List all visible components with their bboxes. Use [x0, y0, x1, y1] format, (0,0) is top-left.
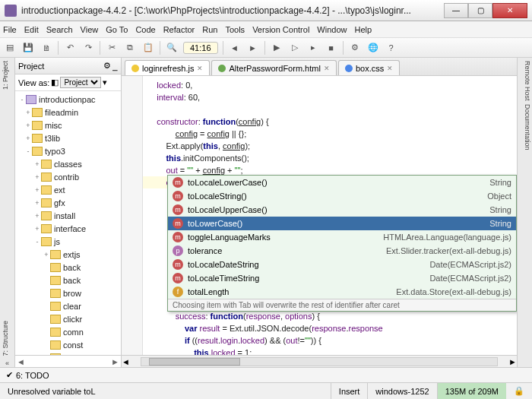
tree-item[interactable]: clear [15, 299, 121, 312]
open-icon[interactable]: ▤ [3, 41, 17, 55]
tool-project[interactable]: 1: Project [2, 61, 14, 90]
status-memory[interactable]: 135M of 209M [438, 383, 506, 399]
collapse-icon[interactable]: ⎯ [112, 62, 118, 71]
menu-file[interactable]: File [3, 25, 17, 34]
save-icon[interactable]: 💾 [21, 41, 35, 55]
copy-icon[interactable]: ⧉ [123, 41, 137, 55]
save-all-icon[interactable]: 🗎 [40, 41, 53, 55]
tree-item[interactable]: +install [15, 209, 121, 222]
toolbar-sep [160, 41, 160, 55]
help-icon[interactable]: ? [385, 41, 398, 55]
tree-item[interactable]: back [15, 261, 121, 274]
toolbar-sep [343, 41, 344, 55]
tree-item[interactable]: +t3lib [15, 131, 121, 144]
tree-item[interactable]: +contrib [15, 170, 121, 183]
status-encoding[interactable]: windows-1252 [368, 383, 437, 399]
minimize-button[interactable]: — [444, 3, 468, 18]
menu-refactor[interactable]: Refactor [163, 25, 195, 34]
tree-item[interactable]: +misc [15, 119, 121, 131]
menu-bar: File Edit Search View Go To Code Refacto… [0, 21, 532, 38]
tool-structure[interactable]: 7: Structure [2, 321, 14, 356]
tree-item[interactable]: +fileadmin [15, 106, 121, 119]
status-lock-icon[interactable]: 🔒 [506, 383, 532, 399]
close-tab-icon[interactable]: ✕ [197, 65, 203, 72]
completion-item[interactable]: mtoggleLanguageMarksHTMLArea.Language(la… [168, 230, 516, 244]
tree-item[interactable]: -typo3 [15, 144, 121, 157]
project-tree[interactable]: -introductionpac+fileadmin+misc+t3lib-ty… [15, 91, 121, 355]
view-as-select[interactable]: Project [60, 77, 101, 88]
find-icon[interactable]: 🔍 [165, 41, 179, 55]
tool-documentation[interactable]: Documentation [519, 104, 531, 150]
settings-icon[interactable]: ⚙ [348, 41, 362, 55]
tree-item[interactable]: const [15, 338, 121, 351]
status-insert-mode[interactable]: Insert [331, 383, 369, 399]
editor-tab[interactable]: loginrefresh.js✕ [125, 60, 210, 75]
menu-edit[interactable]: Edit [24, 25, 39, 34]
left-tool-gutter: 1: Project 7: Structure « [0, 58, 15, 367]
menu-search[interactable]: Search [46, 25, 73, 34]
close-tab-icon[interactable]: ✕ [387, 65, 393, 72]
scroll-right-icon[interactable]: ► [508, 357, 517, 366]
tree-item[interactable]: +classes [15, 157, 121, 170]
completion-item[interactable]: mtoLocaleString()Object [168, 189, 516, 203]
project-hscroll[interactable]: ◄► [15, 355, 121, 367]
position-indicator[interactable]: 41:16 [183, 42, 218, 54]
completion-item[interactable]: mtoLocaleDateStringDate(ECMAScript.js2) [168, 258, 516, 271]
menu-view[interactable]: View [81, 25, 99, 34]
completion-item[interactable]: mtoLowerCase()String [168, 217, 516, 230]
gear-icon[interactable]: ⚙ [103, 61, 111, 71]
completion-item[interactable]: mtoLocaleUpperCase()String [168, 203, 516, 217]
menu-tools[interactable]: Tools [225, 25, 245, 34]
tool-remote-host[interactable]: Remote Host [519, 61, 531, 101]
todo-icon[interactable]: ✔ [6, 370, 13, 380]
editor-hscroll[interactable]: ◄ ► [122, 355, 517, 367]
tool-collapse-icon[interactable]: « [2, 359, 14, 367]
scroll-thumb[interactable] [149, 358, 240, 366]
menu-goto[interactable]: Go To [106, 25, 128, 34]
tree-item[interactable]: -js [15, 235, 121, 248]
maximize-button[interactable]: ▢ [468, 3, 492, 18]
tree-item[interactable]: brow [15, 287, 121, 299]
chevron-down-icon[interactable]: ▾ [103, 78, 107, 87]
undo-icon[interactable]: ↶ [63, 41, 77, 55]
tree-item[interactable]: back [15, 274, 121, 287]
tree-item[interactable]: comn [15, 325, 121, 338]
build-icon[interactable]: ▶ [270, 41, 283, 55]
menu-window[interactable]: Window [317, 25, 347, 34]
completion-item[interactable]: ptoleranceExt.Slider.tracker(ext-all-deb… [168, 244, 516, 258]
scroll-left-icon[interactable]: ◄ [122, 357, 130, 366]
editor-tab[interactable]: box.css✕ [338, 60, 400, 75]
completion-item[interactable]: ftotalLengthExt.data.Store(ext-all-debug… [168, 285, 516, 299]
menu-run[interactable]: Run [202, 25, 217, 34]
tree-item[interactable]: +ext [15, 183, 121, 196]
project-panel: Project ⚙ ⎯ View as: ◧ Project ▾ -introd… [15, 58, 122, 367]
menu-code[interactable]: Code [135, 25, 155, 34]
run-icon[interactable]: ▸ [306, 41, 320, 55]
tree-item[interactable]: +extjs [15, 248, 121, 261]
redo-icon[interactable]: ↷ [81, 41, 95, 55]
code-editor[interactable]: locked: 0, interval: 60, constructor: fu… [122, 76, 517, 355]
stop-icon[interactable]: ■ [325, 41, 338, 55]
completion-popup[interactable]: mtoLocaleLowerCase()StringmtoLocaleStrin… [167, 175, 517, 312]
debug-icon[interactable]: ▷ [288, 41, 302, 55]
paste-icon[interactable]: 📋 [141, 41, 155, 55]
completion-item[interactable]: mtoLocaleTimeStringDate(ECMAScript.js2) [168, 271, 516, 285]
file-type-icon [131, 65, 139, 72]
forward-icon[interactable]: ► [246, 41, 260, 55]
tree-item[interactable]: +interface [15, 222, 121, 235]
cut-icon[interactable]: ✂ [105, 41, 119, 55]
menu-vcs[interactable]: Version Control [252, 25, 309, 34]
tree-item[interactable]: clickr [15, 312, 121, 325]
tree-item[interactable]: -introductionpac [15, 93, 121, 106]
scroll-track[interactable] [141, 357, 498, 366]
menu-help[interactable]: Help [354, 25, 372, 34]
back-icon[interactable]: ◄ [228, 41, 242, 55]
completion-kind-icon: m [173, 232, 183, 242]
tree-item[interactable]: +gfx [15, 196, 121, 209]
close-button[interactable]: ✕ [492, 3, 527, 18]
browser-icon[interactable]: 🌐 [366, 41, 380, 55]
close-tab-icon[interactable]: ✕ [324, 65, 330, 72]
todo-label[interactable]: 6: TODO [16, 371, 49, 380]
editor-tab[interactable]: AlterPasswordForm.html✕ [211, 60, 336, 75]
completion-item[interactable]: mtoLocaleLowerCase()String [168, 176, 516, 189]
